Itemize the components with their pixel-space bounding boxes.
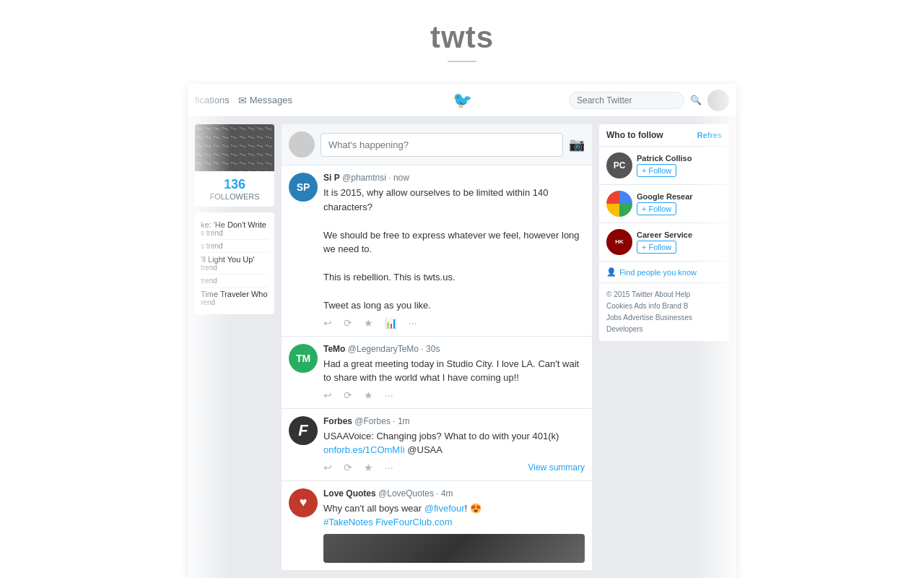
trend-label: s trend	[201, 242, 269, 250]
tweet-4-hashtag: #TakeNotes FiveFourClub.com	[323, 517, 452, 527]
follow-icon: +	[642, 204, 646, 213]
tweet-4-time: 4m	[441, 488, 453, 499]
wtf-follow-google[interactable]: + Follow	[637, 202, 676, 215]
camera-icon[interactable]: 📷	[569, 137, 585, 152]
trend-item: s trend	[201, 240, 269, 253]
tweet-3-name: Forbes	[323, 416, 352, 426]
tweet-4-handle: @LoveQuotes ·	[378, 488, 441, 499]
wtf-name-patrick: Patrick Colliso	[637, 154, 722, 163]
tweet-4-name: Love Quotes	[323, 488, 376, 499]
tweet-3-time: 1m	[398, 416, 410, 426]
follow-icon: +	[642, 243, 646, 251]
followers-box: 136 FOLLOWERS	[195, 171, 274, 207]
wtf-name-career: Career Service	[637, 230, 722, 239]
wtf-refresh[interactable]: Refres	[697, 131, 722, 139]
nav-left: fications ✉ Messages	[195, 95, 292, 106]
tweet-4-avatar: ♥	[289, 488, 318, 517]
nav-notifications: fications	[195, 95, 230, 105]
trend-text: ke: 'He Don't Write	[201, 220, 269, 229]
tweet-1-avatar: SP	[289, 173, 318, 202]
tweet-2-header: TeMo @LegendaryTeMo · 30s	[323, 344, 585, 354]
left-sidebar: 136 FOLLOWERS ke: 'He Don't Write s tren…	[195, 124, 274, 571]
tweet-1-content: Si P @phamtrisi · now It is 2015, why al…	[323, 173, 585, 329]
trend-label: trend	[201, 277, 269, 285]
trend-text: Time Traveler Who	[201, 290, 269, 298]
retweet-icon[interactable]: ⟳	[344, 462, 352, 473]
search-input[interactable]	[569, 92, 684, 109]
wtf-follow-career[interactable]: + Follow	[637, 241, 676, 254]
retweet-icon[interactable]: ⟳	[344, 317, 352, 329]
nav-avatar	[707, 90, 729, 111]
tweet-1-text: It is 2015, why allow ourselves to be li…	[323, 186, 585, 313]
wtf-info-google: Google Resear + Follow	[637, 192, 722, 215]
wtf-avatar-patrick: PC	[606, 152, 632, 178]
view-summary[interactable]: View summary	[528, 462, 585, 473]
profile-banner	[195, 124, 274, 171]
find-people-label: Find people you know	[619, 268, 697, 277]
tweet-2-avatar: TM	[289, 344, 318, 373]
trend-label: trend	[201, 264, 269, 272]
trends-box: ke: 'He Don't Write s trend s trend 'll …	[195, 212, 274, 314]
twitter-body: 136 FOLLOWERS ke: 'He Don't Write s tren…	[188, 117, 736, 578]
more-icon[interactable]: ···	[385, 462, 393, 473]
trend-item: 'll Light You Up' trend	[201, 253, 269, 275]
like-icon[interactable]: ★	[364, 462, 373, 473]
follow-label: Follow	[648, 243, 671, 251]
trend-item: ke: 'He Don't Write s trend	[201, 218, 269, 240]
twitter-ui: fications ✉ Messages 🐦 🔍 136 FOLLOWERS	[188, 84, 736, 578]
trend-item: trend	[201, 275, 269, 288]
like-icon[interactable]: ★	[364, 317, 373, 329]
tweet-1-handle: @phamtrisi ·	[342, 173, 393, 183]
reply-icon[interactable]: ↩	[323, 317, 332, 329]
find-people[interactable]: 👤 Find people you know	[599, 262, 729, 283]
tweet-3-handle: @Forbes ·	[354, 416, 398, 426]
wtf-header: Who to follow Refres	[599, 124, 729, 147]
nav-messages[interactable]: ✉ Messages	[238, 95, 292, 106]
trend-item: Time Traveler Who rend	[201, 288, 269, 309]
twitter-nav: fications ✉ Messages 🐦 🔍	[188, 84, 736, 117]
tweet-3-text: USAAVoice: Changing jobs? What to do wit…	[323, 429, 585, 457]
trend-label: s trend	[201, 229, 269, 237]
retweet-icon[interactable]: ⟳	[344, 389, 352, 401]
tweet-4: ♥ Love Quotes @LoveQuotes · 4m Why can't…	[282, 481, 592, 571]
tweet-1-name: Si P	[323, 173, 340, 183]
tweet-4-header: Love Quotes @LoveQuotes · 4m	[323, 488, 585, 499]
tweet-4-text: Why can't all boys wear @fivefour! 😍 #Ta…	[323, 501, 585, 530]
twitter-ui-mockup: fications ✉ Messages 🐦 🔍 136 FOLLOWERS	[188, 84, 736, 578]
follow-label: Follow	[648, 204, 671, 213]
more-icon[interactable]: ···	[385, 389, 393, 401]
footer-line-1: © 2015 Twitter About Help	[606, 289, 722, 301]
compose-input[interactable]	[321, 133, 563, 157]
stats-icon[interactable]: 📊	[385, 317, 397, 329]
followers-label: FOLLOWERS	[209, 192, 259, 201]
tweet-3-link[interactable]: onforb.es/1COmMIi	[323, 444, 405, 455]
reply-icon[interactable]: ↩	[323, 462, 332, 473]
tweet-2-content: TeMo @LegendaryTeMo · 30s Had a great me…	[323, 344, 585, 401]
like-icon[interactable]: ★	[364, 389, 373, 401]
tweet-2-actions: ↩ ⟳ ★ ···	[323, 389, 585, 401]
title-underline	[448, 61, 476, 62]
messages-icon: ✉	[238, 95, 247, 106]
wtf-avatar-career: HK	[606, 229, 632, 255]
wtf-item-career: HK Career Service + Follow	[599, 223, 729, 262]
tweet-1-time: now	[393, 173, 409, 183]
follow-label: Follow	[648, 166, 671, 175]
followers-count: 136	[201, 177, 269, 192]
tweet-3-actions: ↩ ⟳ ★ ··· View summary	[323, 462, 585, 473]
more-icon[interactable]: ···	[409, 317, 417, 329]
wtf-name-google: Google Resear	[637, 192, 722, 201]
wtf-title: Who to follow	[606, 130, 663, 140]
tweet-4-link[interactable]: @fivefour	[424, 503, 465, 514]
trend-text: 'll Light You Up'	[201, 255, 269, 264]
footer-line-2: Cookies Ads info Brand B	[606, 301, 722, 312]
compose-box: 📷	[282, 124, 592, 165]
find-people-icon: 👤	[606, 267, 616, 277]
tweet-4-content: Love Quotes @LoveQuotes · 4m Why can't a…	[323, 488, 585, 563]
tweet-feed: 📷 SP Si P @phamtrisi · now It is 2015, w…	[282, 124, 592, 571]
wtf-follow-patrick[interactable]: + Follow	[637, 164, 676, 177]
right-sidebar: Who to follow Refres PC Patrick Colliso …	[599, 124, 729, 571]
messages-label: Messages	[250, 95, 292, 105]
footer-line-4: Developers	[606, 324, 722, 335]
wtf-info-career: Career Service + Follow	[637, 230, 722, 254]
reply-icon[interactable]: ↩	[323, 389, 332, 401]
